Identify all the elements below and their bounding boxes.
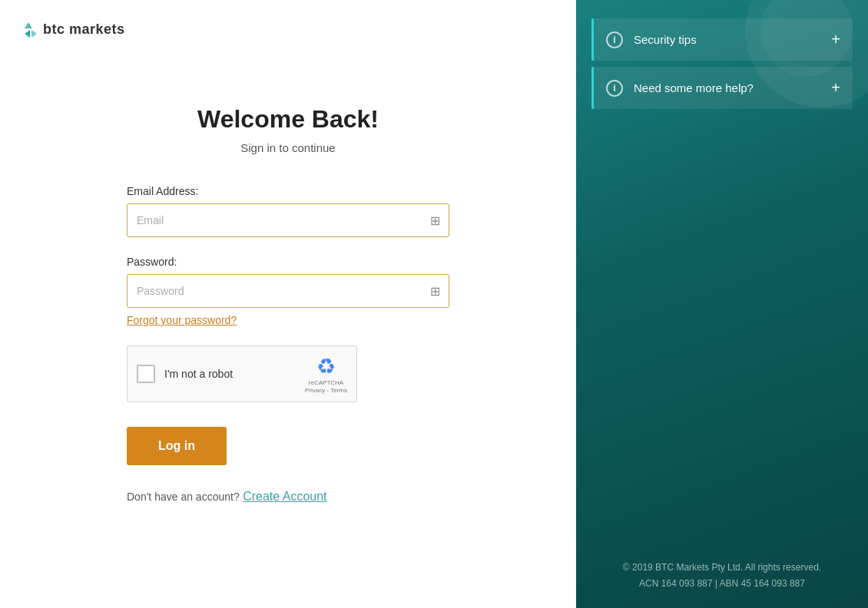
password-label: Password: [127,256,449,268]
footer-area: © 2019 BTC Markets Pty Ltd. All rights r… [576,544,868,608]
security-tips-expand-icon: + [831,31,840,48]
more-help-accordion[interactable]: i Need some more help? + [591,67,853,109]
no-account-text: Don't have an account? [127,491,240,503]
accordion-container: i Security tips + i Need some more help?… [576,0,868,115]
left-panel: btc markets Welcome Back! Sign in to con… [0,0,576,608]
password-icon: ⊞ [430,284,440,299]
logo-area: btc markets [0,0,576,59]
security-tips-label: Security tips [634,33,831,46]
logo-icon [25,22,37,38]
email-input-wrapper: ⊞ [127,203,449,237]
security-tips-accordion[interactable]: i Security tips + [591,18,853,61]
recaptcha-widget[interactable]: I'm not a robot ♻ reCAPTCHA Privacy - Te… [127,345,357,402]
more-help-label: Need some more help? [634,81,831,94]
footer-line2: ACN 164 093 887 | ABN 45 164 093 887 [591,576,853,593]
right-panel: i Security tips + i Need some more help?… [576,0,868,608]
recaptcha-label: I'm not a robot [164,368,296,380]
email-label: Email Address: [127,185,449,197]
create-account-link[interactable]: Create Account [243,490,326,503]
forgot-password-link[interactable]: Forgot your password? [127,314,237,326]
recaptcha-logo: ♻ reCAPTCHA Privacy - Terms [305,354,347,394]
login-button[interactable]: Log in [127,427,227,465]
password-group: Password: ⊞ Forgot your password? [127,256,449,327]
recaptcha-checkbox[interactable] [137,365,155,383]
login-form: Email Address: ⊞ Password: ⊞ Forgot your… [127,185,449,504]
welcome-title: Welcome Back! [197,105,379,134]
email-input[interactable] [127,203,449,237]
more-help-expand-icon: + [831,79,840,97]
email-icon: ⊞ [430,213,440,228]
footer-line1: © 2019 BTC Markets Pty Ltd. All rights r… [591,560,853,577]
security-tips-info-icon: i [606,31,623,48]
more-help-info-icon: i [606,80,623,97]
logo-text: btc markets [43,21,125,38]
password-input-wrapper: ⊞ [127,274,449,308]
login-content: Welcome Back! Sign in to continue Email … [0,59,576,608]
signup-prompt: Don't have an account? Create Account [127,490,449,504]
recaptcha-brand: reCAPTCHA [309,379,343,387]
welcome-subtitle: Sign in to continue [240,141,335,154]
recaptcha-links: Privacy - Terms [305,387,347,394]
email-group: Email Address: ⊞ [127,185,449,237]
password-input[interactable] [127,274,449,308]
